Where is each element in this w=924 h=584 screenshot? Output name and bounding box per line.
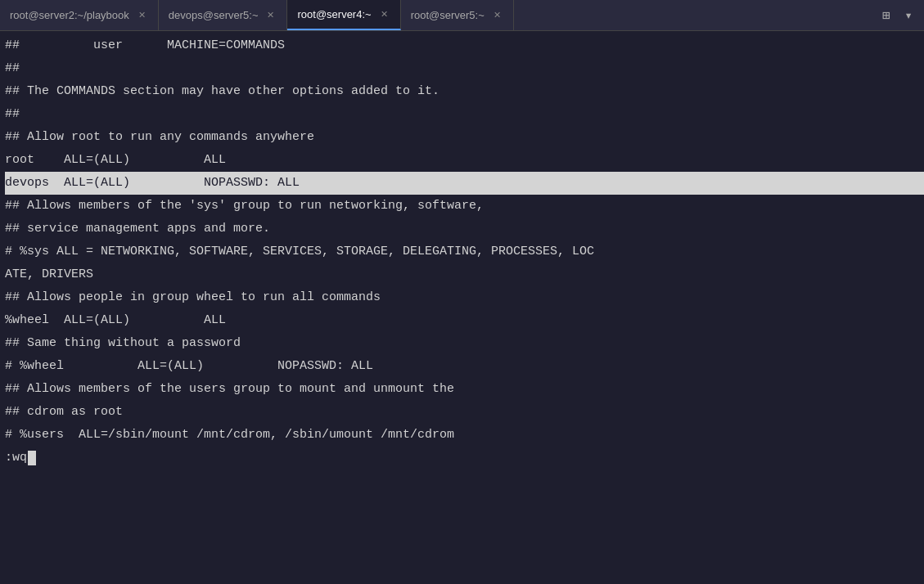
terminal-cursor <box>28 451 36 465</box>
tab-3-close[interactable]: ✕ <box>378 8 390 20</box>
tab-2-close[interactable]: ✕ <box>264 9 277 21</box>
terminal-line-21: # %users ALL=/sbin/mount /mnt/cdrom, /sb… <box>5 424 924 447</box>
tab-1-close[interactable]: ✕ <box>136 9 148 21</box>
tab-4[interactable]: root@server5:~ ✕ <box>401 0 514 30</box>
tab-1[interactable]: root@server2:~/playbook ✕ <box>0 0 159 30</box>
terminal-line-10: # %sys ALL = NETWORKING, SOFTWARE, SERVI… <box>5 240 924 263</box>
terminal-line-11: ATE, DRIVERS <box>5 263 924 286</box>
terminal-line-3: ## <box>5 103 924 126</box>
terminal-line-6: devops ALL=(ALL) NOPASSWD: ALL <box>5 172 924 195</box>
tab-1-label: root@server2:~/playbook <box>10 9 129 21</box>
terminal-line-20: ## cdrom as root <box>5 401 924 424</box>
terminal-line-14: %wheel ALL=(ALL) ALL <box>5 309 924 332</box>
terminal-line-8: ## Allows members of the 'sys' group to … <box>5 195 924 218</box>
tab-3[interactable]: root@server4:~ ✕ <box>287 0 400 30</box>
terminal-line-1: ## <box>5 57 924 80</box>
tab-4-label: root@server5:~ <box>411 9 485 21</box>
terminal-line-5: root ALL=(ALL) ALL <box>5 149 924 172</box>
terminal-line-0: ## user MACHINE=COMMANDS <box>5 34 924 57</box>
command-text: :wq <box>5 447 27 469</box>
terminal-line-19: ## Allows members of the users group to … <box>5 378 924 401</box>
tab-4-close[interactable]: ✕ <box>491 9 503 21</box>
new-tab-button[interactable]: ⊞ <box>877 6 895 25</box>
terminal-line-17: # %wheel ALL=(ALL) NOPASSWD: ALL <box>5 355 924 378</box>
dropdown-button[interactable]: ▾ <box>899 6 917 25</box>
tab-actions: ⊞ ▾ <box>877 6 924 25</box>
terminal-line-2: ## The COMMANDS section may have other o… <box>5 80 924 103</box>
terminal-line-9: ## service management apps and more. <box>5 218 924 240</box>
tab-2[interactable]: devops@server5:~ ✕ <box>159 0 288 30</box>
tab-bar: root@server2:~/playbook ✕ devops@server5… <box>0 0 924 31</box>
terminal-line-16: ## Same thing without a password <box>5 332 924 355</box>
terminal-content[interactable]: ## user MACHINE=COMMANDS#### The COMMAND… <box>0 31 924 584</box>
tab-3-label: root@server4:~ <box>297 8 371 20</box>
terminal-line-13: ## Allows people in group wheel to run a… <box>5 286 924 309</box>
terminal-window: root@server2:~/playbook ✕ devops@server5… <box>0 0 924 584</box>
command-line: :wq <box>5 447 924 469</box>
tab-2-label: devops@server5:~ <box>169 9 259 21</box>
terminal-line-4: ## Allow root to run any commands anywhe… <box>5 126 924 149</box>
